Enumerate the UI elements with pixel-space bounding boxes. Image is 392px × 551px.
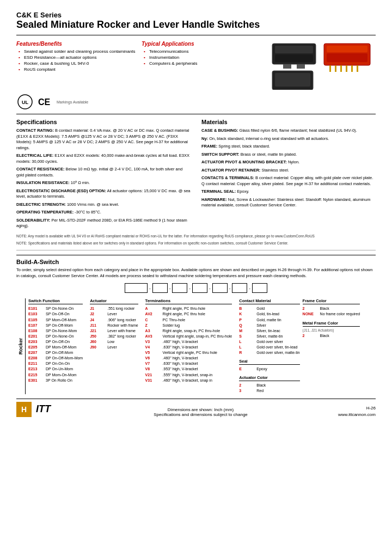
term-item: V6.460" high, V-bracket bbox=[145, 356, 232, 360]
rocker-side-label-container: Rocker bbox=[16, 298, 25, 394]
cert-label: Markings Available bbox=[57, 100, 88, 104]
build-a-switch-section: Build-A-Switch To order, simply select d… bbox=[16, 255, 376, 394]
page-number: H-26 bbox=[338, 406, 376, 411]
contact-material-title: Contact Material bbox=[239, 298, 299, 304]
term-item: ZSolder lug bbox=[145, 323, 232, 328]
metal-frame-color-title: Metal Frame Color bbox=[303, 321, 360, 327]
footer-left: H ITT bbox=[16, 402, 63, 417]
term-item: CPC Thru-hole bbox=[145, 317, 232, 322]
cm-item: LGold over silver bbox=[239, 339, 299, 344]
seal-col: Seal EEpoxy bbox=[239, 359, 299, 372]
svg-rect-4 bbox=[297, 64, 305, 69]
act-item: J4.906" long rocker bbox=[90, 317, 138, 322]
mat-actuator-retainer: ACTUATOR PIVOT RETAINER: Stainless steel… bbox=[201, 168, 376, 174]
pn-box-4 bbox=[192, 283, 207, 293]
title-line2: Sealed Miniature Rocker and Lever Handle… bbox=[16, 19, 376, 30]
cm-item: KGold, tin-lead bbox=[239, 311, 299, 316]
sf-item: E203DP On-Off-On bbox=[28, 339, 83, 344]
svg-rect-2 bbox=[275, 54, 313, 62]
sf-item: E205DP Mom-Off-Mom bbox=[28, 345, 83, 350]
feature-item: Sealed against solder and cleaning proce… bbox=[19, 49, 136, 54]
sf-item: E105SP Mom-Off-Mom bbox=[28, 317, 83, 322]
metal-frame-subtitle: (J11, J21 Actuators) bbox=[303, 328, 360, 332]
act-item: J11Rocker with frame bbox=[90, 323, 138, 328]
term-item: V21.555" high, V-bracket, snap-in bbox=[145, 372, 232, 377]
ac-item: 3Red bbox=[239, 388, 299, 393]
pn-box-2 bbox=[152, 283, 168, 293]
sf-item: E3013P On Rollo On bbox=[28, 378, 83, 383]
svg-rect-12 bbox=[351, 65, 353, 72]
right-options-col: Contact Material BGold KGold, tin-lead P… bbox=[239, 298, 299, 394]
actuator-title: Actuator bbox=[90, 298, 138, 304]
cm-item: BGold bbox=[239, 306, 299, 311]
app-item: Telecommunications bbox=[144, 49, 261, 54]
spec-dielectric: DIELECTRIC STRENGTH: 1000 Vrms min. @ se… bbox=[16, 202, 191, 208]
certifications-row: UL CE Markings Available bbox=[16, 94, 376, 109]
term-item: AV3Vertical right angle, snap-in, PC thr… bbox=[145, 334, 232, 339]
cm-item: SSilver, matte-tin bbox=[239, 334, 299, 339]
spec-insulation: INSULATION RESISTANCE: 10⁹ Ω min. bbox=[16, 180, 191, 186]
build-description: To order, simply select desired option f… bbox=[16, 267, 376, 279]
svg-rect-3 bbox=[283, 64, 291, 69]
pn-box-7 bbox=[252, 283, 267, 293]
sf-item: E103SP On-Off-On bbox=[28, 311, 83, 316]
cm-item: RGold over silver, matte-tin bbox=[239, 350, 299, 355]
pn-box-6 bbox=[232, 283, 247, 293]
title-line1: C&K E Series bbox=[16, 11, 376, 19]
terminations-col: Terminations ARight angle, PC thru-hole … bbox=[145, 298, 237, 394]
metal-frame-color-col: Metal Frame Color (J11, J21 Actuators) 2… bbox=[303, 321, 360, 339]
term-item: V31.460" high, V-bracket, snap in bbox=[145, 378, 232, 383]
cm-item: QSilver bbox=[239, 323, 299, 328]
svg-rect-9 bbox=[335, 65, 336, 72]
spec-esd: ELECTROSTATIC DISCHARGE (ESD) OPTION: Al… bbox=[16, 188, 191, 200]
cm-item: PGold, matte tin bbox=[239, 317, 299, 322]
rocker-side-label: Rocker bbox=[18, 338, 23, 355]
features-title: Features/Benefits bbox=[16, 41, 136, 47]
contact-material-col: Contact Material BGold KGold, tin-lead P… bbox=[239, 298, 299, 356]
spec-contact-resistance: CONTACT RESISTANCE: Below 10 mΩ typ. ini… bbox=[16, 167, 191, 178]
specs-left: CONTACT RATING: B contact material: 0.4 … bbox=[16, 128, 191, 229]
svg-rect-7 bbox=[327, 53, 367, 62]
act-item: J1.551 long rocker bbox=[90, 306, 138, 311]
act-item: J60Low bbox=[90, 339, 138, 344]
term-item: ARight angle, PC thru-hole bbox=[145, 306, 232, 311]
product-image-svg bbox=[270, 41, 376, 90]
act-item: J90Lever bbox=[90, 345, 138, 350]
fc-item: 2Black bbox=[303, 306, 360, 311]
h-badge: H bbox=[16, 402, 32, 417]
spec-operating-temp: OPERATING TEMPERATURE: -30°C to 85°C. bbox=[16, 210, 191, 216]
footer-right: H-26 www.ittcannon.com bbox=[338, 406, 376, 417]
pn-box-5 bbox=[212, 283, 228, 293]
spec-contact-rating: CONTACT RATING: B contact material: 0.4 … bbox=[16, 128, 191, 151]
svg-text:UL: UL bbox=[22, 100, 28, 105]
feature-item: ESD Resistance—all actuator options bbox=[19, 55, 136, 60]
features-list: Sealed against solder and cleaning proce… bbox=[16, 49, 136, 72]
actuator-color-col: Actuator Color 2Black 3Red bbox=[239, 375, 299, 394]
spec-solderability: SOLDERABILITY: Per MIL-STD-202F method 2… bbox=[16, 218, 191, 229]
sf-item: E208DP On-Off-Mom-Mom bbox=[28, 356, 83, 360]
cm-item: MSilver, tin-leac bbox=[239, 328, 299, 333]
pn-box-3 bbox=[172, 283, 187, 293]
app-item: Computers & peripherals bbox=[144, 61, 261, 66]
sf-item: E107SP On-Off-Mom bbox=[28, 323, 83, 328]
svg-rect-15 bbox=[275, 73, 310, 87]
term-item: V5Vertical right angle, PC thru hole bbox=[145, 350, 232, 355]
actuator-color-title: Actuator Color bbox=[239, 375, 299, 381]
itt-logo-svg: ITT bbox=[36, 403, 63, 415]
mat-actuator-pivot: ACTUATOR PIVOT & MOUNTING BRACKET: Nylon… bbox=[201, 160, 376, 166]
specifications-section: Specifications CONTACT RATING: B contact… bbox=[16, 114, 376, 250]
sf-item: E215DP Mom-On-Mom bbox=[28, 372, 83, 377]
term-item: V3.460" high, V-bracket bbox=[145, 339, 232, 344]
mfc-item: 2Black bbox=[303, 333, 360, 338]
ce-cert-icon: CE bbox=[38, 94, 52, 109]
switch-function-title: Switch Function bbox=[28, 298, 83, 304]
frame-col: Frame Color 2Black NONENo frame color re… bbox=[303, 298, 360, 394]
frame-color-col: Frame Color 2Black NONENo frame color re… bbox=[303, 298, 360, 317]
product-images bbox=[267, 41, 376, 90]
sf-item: E211DP On-On-On bbox=[28, 361, 83, 366]
spec-electrical-life: ELECTRICAL LIFE: E1XX and E2XX models: 4… bbox=[16, 153, 191, 164]
term-item: V4.630" high, V-bracket bbox=[145, 345, 232, 350]
title-divider bbox=[16, 35, 376, 35]
term-item: AV2Right angle, PC thru hole bbox=[145, 311, 232, 316]
mat-frame: FRAME: Spring steel, black standard. bbox=[201, 144, 376, 150]
